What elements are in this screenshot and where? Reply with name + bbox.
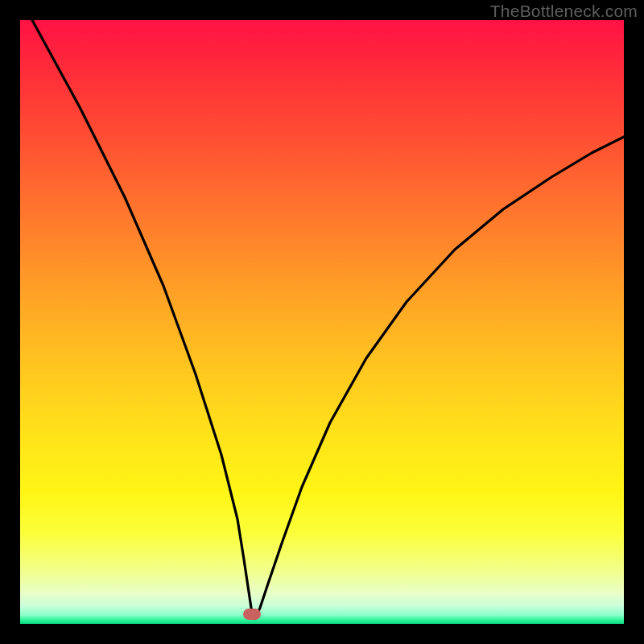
optimum-marker <box>243 609 261 620</box>
watermark-text: TheBottleneck.com <box>490 2 638 21</box>
bottleneck-curve <box>20 20 624 624</box>
curve-path <box>32 20 624 619</box>
plot-area <box>20 20 624 624</box>
chart-frame: TheBottleneck.com <box>0 0 644 644</box>
